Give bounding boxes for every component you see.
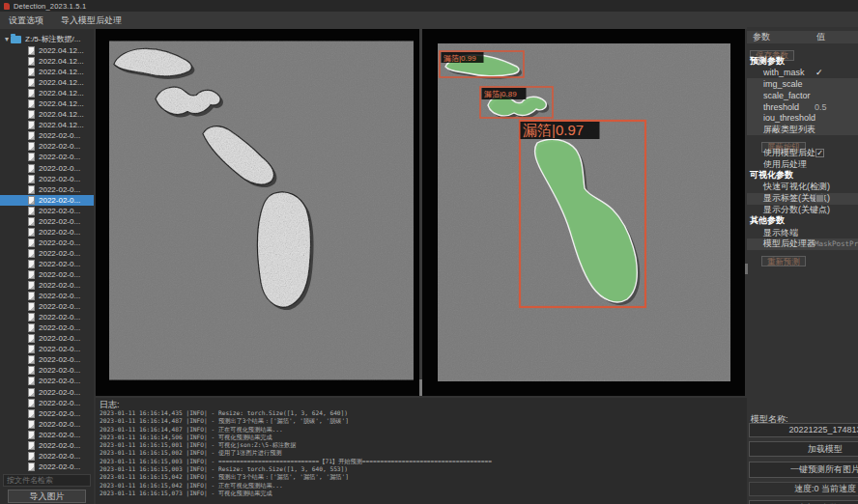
speed-status: 速度:0 当前速度 (749, 482, 858, 496)
tree-item[interactable]: 2022-02-0... (0, 312, 94, 322)
tree-item[interactable]: 2022-02-0... (0, 344, 94, 354)
chevron-down-icon[interactable]: ▾ (5, 35, 9, 43)
tree-item-label: 2022-02-0... (39, 175, 80, 183)
param-row[interactable]: 快速可视化(检测) (747, 182, 858, 193)
image-splitter[interactable] (419, 29, 422, 396)
tree-item[interactable]: 2022-02-0... (0, 280, 94, 291)
tree-item[interactable]: 2022.04.12... (0, 109, 94, 120)
folder-icon (11, 36, 21, 43)
file-icon (28, 57, 35, 66)
param-row[interactable]: 使用后处理 (747, 158, 858, 170)
tree-item[interactable]: 2022-02-0... (0, 269, 94, 280)
tree-item[interactable]: 2022.04.12... (0, 88, 94, 98)
tree-item[interactable]: 2022-02-0... (0, 238, 94, 248)
postprocess-settings-button[interactable]: 后处理参数设置 (749, 500, 858, 504)
tree-item-label: 2022.04.12... (39, 110, 84, 119)
original-image (109, 41, 414, 380)
file-icon (28, 99, 35, 108)
tree-item[interactable]: 2022-02-0... (0, 451, 94, 462)
file-icon (28, 302, 35, 311)
file-sidebar: ▾ Z:/5-标注数据/... 2022.04.12...2022.04.12.… (0, 29, 94, 504)
param-row[interactable]: scale_factor (747, 90, 858, 101)
tree-item[interactable]: 2022-02-0... (0, 248, 94, 259)
predict-all-button[interactable]: 一键预测所有图片 (749, 462, 858, 478)
menu-item-import-postprocess[interactable]: 导入模型后处理 (52, 14, 130, 27)
tree-item[interactable]: 2022-02-0... (0, 174, 94, 184)
prediction-image-view[interactable]: 漏箔|0.99 漏箔|0.89 漏箔|0.97 (438, 43, 730, 381)
title-bar: Detection_2023.1.5.1 (0, 0, 858, 12)
tree-item[interactable]: 2022-02-0... (0, 430, 94, 440)
search-input[interactable] (3, 474, 91, 487)
load-model-button[interactable]: 加载模型 (749, 441, 858, 457)
original-image-view[interactable] (109, 41, 414, 380)
tree-item-label: 2022-02-0... (39, 217, 80, 226)
param-label: scale_factor (747, 91, 811, 100)
tree-item[interactable]: 2022-02-0... (0, 398, 94, 408)
param-row[interactable]: threshold0.5 (747, 101, 858, 113)
param-row[interactable]: img_scale (747, 78, 858, 90)
import-images-button[interactable]: 导入图片 (8, 490, 86, 503)
tree-item[interactable]: 2022-02-0... (0, 322, 94, 333)
param-value[interactable]: 0.5 (815, 102, 827, 112)
file-icon (28, 217, 35, 226)
param-button[interactable]: 重新预测 (761, 256, 806, 266)
param-row[interactable]: 显示终端 (747, 227, 858, 238)
checkbox-checked-icon[interactable]: ✓ (815, 149, 824, 157)
splitter-handle[interactable] (419, 379, 422, 396)
menu-item-settings[interactable]: 设置选项 (0, 14, 52, 27)
tree-item[interactable]: 2022.04.12... (0, 56, 94, 67)
tree-item[interactable]: 2022-02-0... (0, 130, 94, 141)
param-row[interactable]: 使用模型后处理✓ (747, 148, 858, 159)
file-icon (28, 313, 35, 322)
file-icon (28, 46, 35, 55)
tree-item[interactable]: 2022-02-0... (0, 408, 94, 419)
params-scrollbar[interactable] (745, 264, 748, 274)
log-line: 2023-01-11 16:16:15,073 |INFO| - 可视化预测结果… (100, 490, 747, 497)
param-row[interactable]: 屏蔽类型列表 (747, 124, 858, 135)
tree-item[interactable]: 2022.04.12... (0, 45, 94, 56)
tree-item[interactable]: 2022.04.12... (0, 120, 94, 130)
file-icon (28, 292, 35, 300)
tree-item[interactable]: 2022-02-0... (0, 354, 94, 365)
detection-label-2: 漏箔|0.89 (484, 90, 517, 98)
tree-item[interactable]: 2022-02-0... (0, 259, 94, 269)
tree-item[interactable]: 2022-02-0... (0, 163, 94, 174)
tree-item[interactable]: 2022-02-0... (0, 365, 94, 376)
param-row[interactable]: iou_threshold (747, 112, 858, 124)
tree-item[interactable]: 2022.04.12... (0, 67, 94, 77)
tree-root[interactable]: ▾ Z:/5-标注数据/... (0, 33, 94, 45)
tree-item[interactable]: 2022-02-0... (0, 376, 94, 386)
log-line: 2023-01-11 16:16:15,003 |INFO| - Resize:… (100, 465, 747, 473)
tree-item[interactable]: 2022-02-0... (0, 387, 94, 398)
param-row[interactable]: 显示标签(关键点) (747, 193, 858, 205)
tree-item[interactable]: 2022-02-0... (0, 227, 94, 238)
tree-item[interactable]: 2022-02-0... (0, 440, 94, 451)
tree-root-label: Z:/5-标注数据/... (25, 34, 80, 44)
tree-item[interactable]: 2022-02-0... (0, 301, 94, 312)
checkbox-icon[interactable] (815, 194, 824, 203)
tree-item[interactable]: 2022-02-0... (0, 206, 94, 216)
model-name-field[interactable]: 20221225_174813 (749, 423, 858, 437)
tree-item[interactable]: 2022.04.12... (0, 77, 94, 88)
tree-item[interactable]: 2022-02-0... (0, 141, 94, 152)
tree-item[interactable]: 2022-02-0... (0, 184, 94, 195)
tree-item[interactable]: 2022-02-0... (0, 216, 94, 227)
log-line: 2023-01-11 16:16:14,435 |INFO| - Resize:… (100, 409, 747, 417)
tree-item[interactable]: 2022-02-0... (0, 333, 94, 344)
file-icon (28, 164, 35, 173)
file-icon (28, 334, 35, 343)
tree-item[interactable]: 2022-02-0... (0, 195, 94, 206)
tree-item[interactable]: 2022-02-0... (0, 291, 94, 301)
tree-item[interactable]: 2022-02-0... (0, 152, 94, 162)
tree-item-label: 2022-02-0... (39, 228, 80, 237)
tree-item[interactable]: 2022-02-0... (0, 462, 94, 472)
file-icon (28, 131, 35, 140)
tree-item[interactable]: 2022.04.12... (0, 98, 94, 109)
param-label: 模型后处理器 (747, 238, 815, 250)
tree-item[interactable]: 2022-02-0... (0, 419, 94, 430)
param-row[interactable]: 显示分数(关键点) (747, 205, 858, 216)
param-row[interactable]: with_mask✓ (747, 67, 858, 78)
tree-item-label: 2022-02-0... (39, 462, 80, 471)
param-value[interactable]: MaskPostPro (815, 239, 858, 248)
param-row[interactable]: 模型后处理器MaskPostPro (747, 238, 858, 250)
